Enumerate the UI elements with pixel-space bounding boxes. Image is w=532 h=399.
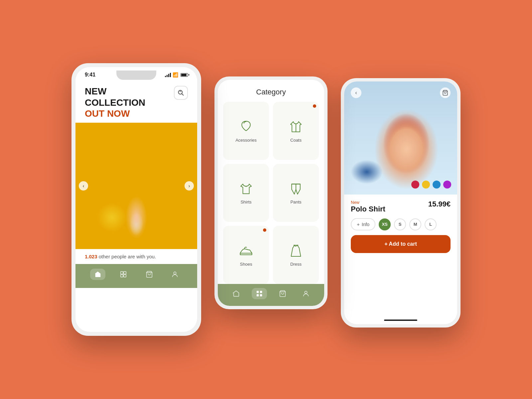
product-badge: New bbox=[351, 200, 385, 205]
phone-product: ‹ bbox=[341, 78, 461, 328]
svg-rect-2 bbox=[121, 272, 123, 274]
cat-pants[interactable]: Pants bbox=[273, 164, 319, 222]
back-button[interactable]: ‹ bbox=[351, 87, 361, 98]
phone-home: 9:41 📶 NEW bbox=[71, 63, 201, 336]
cat-nav-menu[interactable] bbox=[252, 288, 267, 299]
cat-coats-label: Coats bbox=[290, 138, 302, 143]
cat-nav-cart[interactable] bbox=[275, 288, 290, 299]
svg-point-7 bbox=[174, 272, 176, 274]
color-swatches bbox=[411, 181, 451, 189]
battery-icon bbox=[181, 73, 188, 77]
color-yellow[interactable] bbox=[422, 181, 430, 189]
cat-dot-coats bbox=[313, 104, 316, 108]
hero-photo bbox=[75, 123, 197, 249]
cat-nav-profile[interactable] bbox=[298, 288, 314, 299]
svg-rect-3 bbox=[124, 272, 126, 274]
svg-rect-16 bbox=[260, 294, 262, 296]
cat-bottom-nav bbox=[218, 284, 324, 306]
svg-rect-4 bbox=[121, 275, 123, 277]
status-icons: 📶 bbox=[165, 72, 188, 77]
prev-arrow[interactable]: ‹ bbox=[79, 181, 88, 191]
social-proof: 1.023 other people are with you. bbox=[75, 249, 197, 264]
product-hero: ‹ bbox=[344, 81, 457, 195]
cat-dress[interactable]: Dress bbox=[273, 226, 319, 284]
status-time: 9:41 bbox=[85, 72, 95, 78]
cat-accessories[interactable]: Acessories bbox=[223, 102, 269, 160]
size-l[interactable]: L bbox=[425, 218, 437, 230]
svg-rect-13 bbox=[257, 291, 259, 293]
phone-notch bbox=[116, 70, 156, 80]
product-actions-row: + Info XS S M L bbox=[351, 218, 451, 230]
next-arrow[interactable]: › bbox=[185, 181, 194, 191]
cat-dot-shoes bbox=[263, 228, 266, 232]
size-m[interactable]: M bbox=[409, 218, 421, 230]
color-blue[interactable] bbox=[433, 181, 441, 189]
color-purple[interactable] bbox=[443, 181, 451, 189]
category-header: Category bbox=[218, 80, 324, 102]
cat-dress-label: Dress bbox=[290, 262, 302, 267]
nav-home[interactable] bbox=[90, 269, 105, 280]
color-red[interactable] bbox=[411, 181, 419, 189]
add-to-cart-button[interactable]: + Add to cart bbox=[351, 235, 451, 253]
cat-shirts-label: Shirts bbox=[240, 200, 251, 204]
cat-coats[interactable]: Coats bbox=[273, 102, 319, 160]
cat-shoes-label: Shoes bbox=[240, 262, 252, 267]
category-title: Category bbox=[224, 88, 318, 96]
product-price: 15.99€ bbox=[428, 200, 451, 208]
svg-rect-14 bbox=[260, 291, 262, 293]
category-grid: Acessories Coats bbox=[218, 102, 324, 284]
product-info: New Polo Shirt 15.99€ + Info XS S M L + … bbox=[344, 195, 457, 317]
hero-image: ‹ › bbox=[75, 123, 197, 249]
nav-cart[interactable] bbox=[142, 269, 157, 280]
nav-menu[interactable] bbox=[116, 269, 131, 280]
product-hero-header: ‹ bbox=[344, 81, 457, 104]
svg-rect-5 bbox=[124, 275, 126, 277]
signal-icon bbox=[165, 73, 171, 77]
cat-accessories-label: Acessories bbox=[235, 138, 257, 143]
plus-icon: + bbox=[357, 221, 360, 227]
svg-rect-15 bbox=[257, 294, 259, 296]
home-bottom-nav bbox=[75, 264, 197, 288]
cat-nav-home[interactable] bbox=[228, 288, 244, 299]
cat-pants-label: Pants bbox=[290, 200, 301, 204]
info-button[interactable]: + Info bbox=[351, 218, 375, 230]
svg-point-18 bbox=[305, 291, 307, 294]
nav-profile[interactable] bbox=[167, 269, 183, 280]
cat-shoes[interactable]: Shoes bbox=[223, 226, 269, 284]
svg-line-1 bbox=[182, 94, 184, 95]
wifi-icon: 📶 bbox=[173, 72, 178, 77]
home-title: NEW COLLECTION OUT NOW bbox=[85, 86, 145, 119]
phone-category: Category Acessories bbox=[214, 76, 328, 309]
search-button[interactable] bbox=[174, 86, 188, 100]
size-s[interactable]: S bbox=[394, 218, 406, 230]
cart-button-top[interactable] bbox=[440, 87, 451, 98]
home-header: NEW COLLECTION OUT NOW bbox=[75, 80, 197, 123]
cat-shirts[interactable]: Shirts bbox=[223, 164, 269, 222]
size-xs[interactable]: XS bbox=[379, 218, 391, 230]
product-label-row: New Polo Shirt 15.99€ bbox=[351, 200, 451, 213]
home-indicator bbox=[384, 320, 417, 321]
product-name: Polo Shirt bbox=[351, 205, 385, 213]
scene: 9:41 📶 NEW bbox=[71, 63, 461, 336]
